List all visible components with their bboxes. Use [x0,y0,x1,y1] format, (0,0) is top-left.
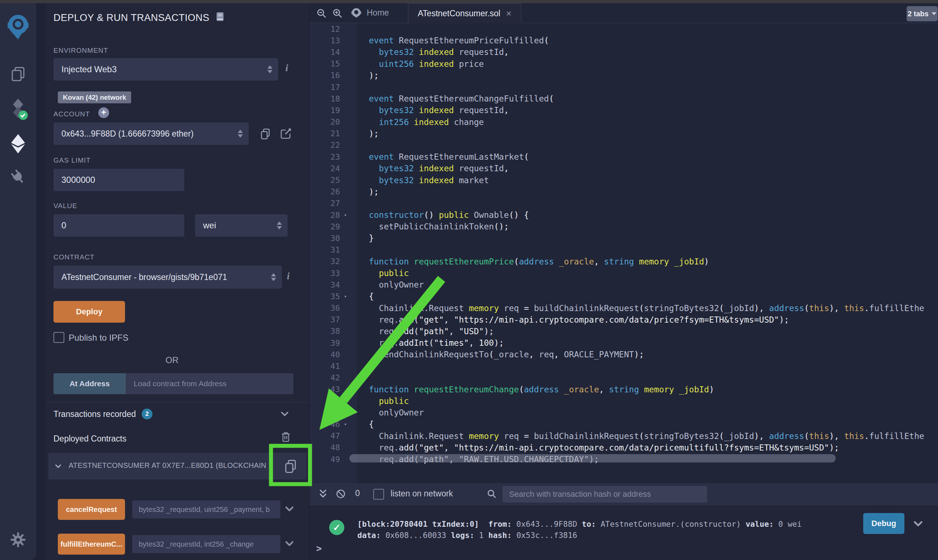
deploy-button[interactable]: Deploy [54,301,125,323]
code-line[interactable]: 35▾ { [310,291,938,302]
copy-account-icon[interactable] [260,128,272,141]
code-line[interactable]: 19 bytes32 indexed requestId, [310,105,938,116]
select-arrows-icon [268,65,272,73]
code-line[interactable]: 31 [310,244,938,256]
code-line[interactable]: 16 ); [310,70,938,81]
code-line[interactable]: 25 bytes32 indexed market [310,174,938,186]
transaction-log-entry[interactable]: [block:20780401 txIndex:0] from: 0x643..… [357,518,802,541]
section-divider [46,402,309,403]
tabs-count-button[interactable]: 2 tabs [907,6,938,21]
code-line[interactable]: 44 public [310,395,938,407]
log-expand-icon[interactable] [912,518,924,531]
fold-arrow-icon[interactable]: ▾ [340,212,351,218]
code-line[interactable]: 40 sendChainlinkRequestTo(_oracle, req, … [310,349,938,360]
remix-logo-icon[interactable] [6,13,30,42]
edit-account-icon[interactable] [280,128,292,141]
method-expand-icon[interactable] [284,538,295,550]
publish-ipfs-checkbox[interactable] [54,332,64,343]
code-line[interactable]: 28▾ constructor() public Ownable() { [310,209,938,221]
code-line[interactable]: 42 [310,372,938,384]
deploy-run-icon[interactable] [10,134,26,155]
code-line[interactable]: 47 Chainlink.Request memory req = buildC… [310,430,938,442]
zoom-in-icon[interactable] [332,8,343,20]
account-label: ACCOUNT [54,110,90,118]
expand-terminal-icon[interactable] [318,488,328,502]
home-tab-icon[interactable] [350,7,362,21]
clear-console-icon[interactable] [336,489,346,500]
settings-gear-icon[interactable] [10,531,26,549]
select-arrows-icon [277,222,282,229]
contract-info-icon[interactable]: i [287,271,290,282]
method-expand-icon[interactable] [284,503,295,515]
terminal-search-input[interactable] [503,489,707,499]
code-line[interactable]: 21 ); [310,128,938,140]
deployed-contract-header[interactable]: ATESTNETCONSUMER AT 0X7E7...E80D1 (BLOCK… [48,453,306,479]
method-cancelrequest-params-box: bytes32 _requestId, uint256 _payment, b [132,500,280,518]
terminal-prompt[interactable]: > [316,543,322,554]
trash-icon[interactable] [280,431,291,444]
network-badge: Kovan (42) network [58,91,131,103]
at-address-button[interactable]: At Address [54,373,126,394]
fold-arrow-icon[interactable]: ▾ [340,421,351,427]
code-line[interactable]: 18 event RequestEthereumChangeFulfilled( [310,93,938,105]
code-line[interactable]: 33 public [310,267,938,279]
code-line[interactable]: 48 req.add("get", "https://min-api.crypt… [310,442,938,454]
code-editor-region: Home ATestnetConsumer.sol × 2 tabs 1213 … [309,3,938,560]
code-line[interactable]: 24 bytes32 indexed requestId, [310,163,938,174]
copy-contract-address-icon[interactable] [283,458,298,475]
fold-arrow-icon[interactable]: ▾ [340,293,351,299]
code-line[interactable]: 30 } [310,232,938,244]
code-line[interactable]: 32 function requestEthereumPrice(address… [310,256,938,267]
method-fulfillethereum-button[interactable]: fulfillEthereumC... [58,534,125,555]
code-line[interactable]: 43 function requestEthereumChange(addres… [310,384,938,395]
debug-button[interactable]: Debug [863,513,904,534]
code-line[interactable]: 12 [310,23,938,35]
method-cancelrequest-button[interactable]: cancelRequest [58,499,125,520]
at-address-input[interactable] [126,379,294,388]
account-select[interactable]: 0x643...9F88D (1.666673996 ether) [54,123,249,145]
contract-select[interactable]: ATestnetConsumer - browser/gists/9b71e07… [54,266,282,289]
editor-tab-bar: Home ATestnetConsumer.sol × 2 tabs [310,3,938,23]
code-line[interactable]: 14 bytes32 indexed requestId, [310,46,938,58]
code-line[interactable]: 45 onlyOwner [310,407,938,418]
method-fulfillethereum-params-box: bytes32 _requestId, int256 _change [132,535,280,553]
code-line[interactable]: 38 req.add("path", "USD"); [310,326,938,337]
code-line[interactable]: 22 [310,140,938,151]
at-address-input-box [126,373,294,394]
code-line[interactable]: 34 onlyOwner [310,279,938,291]
zoom-out-icon[interactable] [316,8,327,20]
value-input[interactable] [54,220,184,231]
code-line[interactable]: 37 req.add("get", "https://min-api.crypt… [310,314,938,326]
solidity-compiler-icon[interactable] [8,98,28,122]
code-line[interactable]: 15 uint256 indexed price [310,58,938,70]
code-line[interactable]: 20 int256 indexed change [310,116,938,128]
contract-collapse-icon[interactable] [54,462,62,471]
listen-network-checkbox[interactable] [373,489,384,500]
transactions-collapse-icon[interactable] [280,409,290,420]
environment-info-icon[interactable]: i [286,63,288,74]
code-line[interactable]: 46▾ { [310,418,938,430]
code-area[interactable]: 1213 event RequestEthereumPriceFulfilled… [310,23,938,483]
add-account-icon[interactable]: + [98,107,109,118]
or-divider-label: OR [46,355,298,365]
environment-select[interactable]: Injected Web3 [54,58,278,81]
chevron-down-icon [932,12,936,15]
code-line[interactable]: 26 ); [310,186,938,198]
code-line[interactable]: 27 [310,198,938,209]
code-line[interactable]: 41 } [310,360,938,372]
tab-atestnetconsumer[interactable]: ATestnetConsumer.sol × [408,3,521,23]
code-line[interactable]: 29 setPublicChainlinkToken(); [310,221,938,232]
code-line[interactable]: 17 [310,81,938,93]
gas-limit-input[interactable] [54,175,184,185]
file-explorer-icon[interactable] [9,65,27,84]
value-unit-select[interactable]: wei [195,214,288,237]
code-line[interactable]: 36 Chainlink.Request memory req = buildC… [310,302,938,314]
close-tab-icon[interactable]: × [506,8,512,19]
code-line[interactable]: 39 req.addInt("times", 100); [310,337,938,349]
code-line[interactable]: 13 event RequestEthereumPriceFulfilled( [310,35,938,46]
plugin-manager-icon[interactable] [10,169,26,187]
code-line[interactable]: 23 event RequestEthereumLastMarket( [310,151,938,163]
docs-book-icon[interactable] [216,12,224,24]
horizontal-scrollbar[interactable] [349,454,836,462]
tab-home[interactable]: Home [367,8,389,18]
